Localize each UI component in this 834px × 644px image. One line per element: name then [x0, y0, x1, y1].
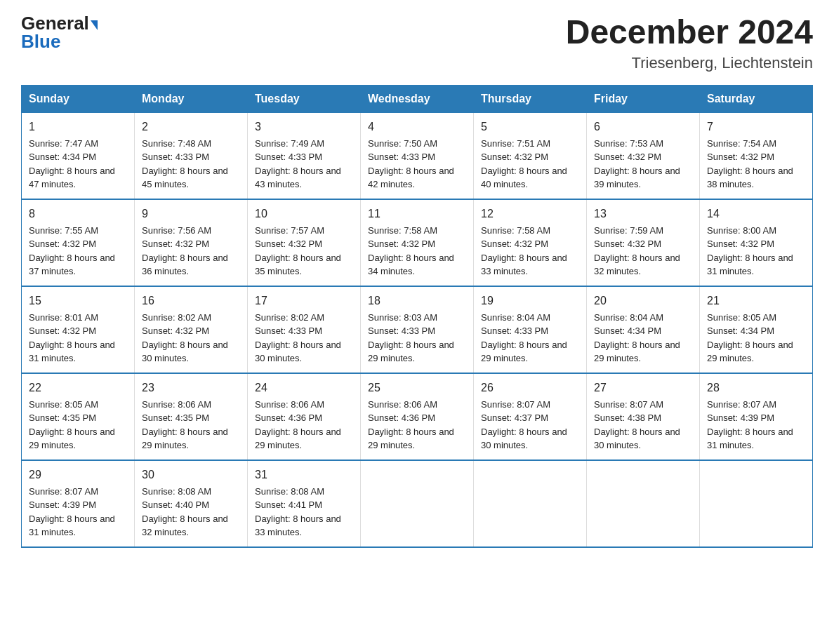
calendar-table: SundayMondayTuesdayWednesdayThursdayFrid…	[21, 85, 813, 548]
calendar-cell: 5 Sunrise: 7:51 AM Sunset: 4:32 PM Dayli…	[474, 112, 587, 199]
day-number: 16	[142, 293, 240, 309]
day-number: 8	[29, 206, 127, 222]
calendar-cell: 1 Sunrise: 7:47 AM Sunset: 4:34 PM Dayli…	[22, 112, 135, 199]
day-sunset: Sunset: 4:33 PM	[481, 324, 579, 338]
day-sunset: Sunset: 4:33 PM	[255, 324, 353, 338]
calendar-cell: 17 Sunrise: 8:02 AM Sunset: 4:33 PM Dayl…	[248, 286, 361, 373]
day-sunrise: Sunrise: 8:07 AM	[29, 485, 127, 499]
calendar-cell: 13 Sunrise: 7:59 AM Sunset: 4:32 PM Dayl…	[587, 199, 700, 286]
calendar-cell: 10 Sunrise: 7:57 AM Sunset: 4:32 PM Dayl…	[248, 199, 361, 286]
day-number: 23	[142, 380, 240, 396]
calendar-cell: 7 Sunrise: 7:54 AM Sunset: 4:32 PM Dayli…	[700, 112, 813, 199]
day-sunrise: Sunrise: 8:02 AM	[142, 311, 240, 325]
day-sunrise: Sunrise: 8:07 AM	[481, 398, 579, 412]
calendar-cell	[587, 460, 700, 547]
day-daylight: Daylight: 8 hours and 40 minutes.	[481, 164, 579, 192]
calendar-cell: 11 Sunrise: 7:58 AM Sunset: 4:32 PM Dayl…	[361, 199, 474, 286]
day-sunset: Sunset: 4:32 PM	[29, 237, 127, 251]
day-sunset: Sunset: 4:33 PM	[368, 150, 466, 164]
day-number: 15	[29, 293, 127, 309]
day-number: 25	[368, 380, 466, 396]
day-daylight: Daylight: 8 hours and 29 minutes.	[142, 425, 240, 452]
day-sunrise: Sunrise: 7:58 AM	[481, 224, 579, 238]
day-sunset: Sunset: 4:32 PM	[29, 324, 127, 338]
day-sunset: Sunset: 4:32 PM	[368, 237, 466, 251]
day-sunrise: Sunrise: 8:01 AM	[29, 311, 127, 325]
header-saturday: Saturday	[700, 85, 813, 112]
day-daylight: Daylight: 8 hours and 30 minutes.	[481, 425, 579, 452]
day-sunset: Sunset: 4:32 PM	[142, 237, 240, 251]
day-sunrise: Sunrise: 7:51 AM	[481, 137, 579, 151]
calendar-cell: 30 Sunrise: 8:08 AM Sunset: 4:40 PM Dayl…	[135, 460, 248, 547]
day-number: 2	[142, 119, 240, 135]
day-sunset: Sunset: 4:32 PM	[594, 237, 692, 251]
day-sunrise: Sunrise: 8:06 AM	[255, 398, 353, 412]
day-number: 21	[707, 293, 805, 309]
day-sunrise: Sunrise: 7:53 AM	[594, 137, 692, 151]
day-sunset: Sunset: 4:32 PM	[707, 150, 805, 164]
day-number: 6	[594, 119, 692, 135]
day-sunset: Sunset: 4:36 PM	[368, 411, 466, 425]
calendar-cell: 3 Sunrise: 7:49 AM Sunset: 4:33 PM Dayli…	[248, 112, 361, 199]
day-number: 4	[368, 119, 466, 135]
calendar-cell: 14 Sunrise: 8:00 AM Sunset: 4:32 PM Dayl…	[700, 199, 813, 286]
calendar-cell: 24 Sunrise: 8:06 AM Sunset: 4:36 PM Dayl…	[248, 373, 361, 460]
day-daylight: Daylight: 8 hours and 29 minutes.	[481, 338, 579, 365]
day-sunrise: Sunrise: 7:59 AM	[594, 224, 692, 238]
logo: General Blue	[21, 14, 98, 51]
day-daylight: Daylight: 8 hours and 34 minutes.	[368, 251, 466, 279]
header-monday: Monday	[135, 85, 248, 112]
calendar-cell: 31 Sunrise: 8:08 AM Sunset: 4:41 PM Dayl…	[248, 460, 361, 547]
calendar-cell: 16 Sunrise: 8:02 AM Sunset: 4:32 PM Dayl…	[135, 286, 248, 373]
day-number: 13	[594, 206, 692, 222]
day-daylight: Daylight: 8 hours and 36 minutes.	[142, 251, 240, 279]
day-number: 30	[142, 467, 240, 483]
day-sunset: Sunset: 4:40 PM	[142, 498, 240, 512]
day-daylight: Daylight: 8 hours and 31 minutes.	[707, 251, 805, 279]
day-number: 3	[255, 119, 353, 135]
day-daylight: Daylight: 8 hours and 29 minutes.	[29, 425, 127, 452]
day-number: 31	[255, 467, 353, 483]
day-daylight: Daylight: 8 hours and 31 minutes.	[29, 338, 127, 365]
day-sunrise: Sunrise: 8:02 AM	[255, 311, 353, 325]
day-sunrise: Sunrise: 8:07 AM	[594, 398, 692, 412]
day-sunset: Sunset: 4:36 PM	[255, 411, 353, 425]
day-sunrise: Sunrise: 7:54 AM	[707, 137, 805, 151]
logo-triangle-icon	[91, 20, 98, 30]
calendar-cell: 23 Sunrise: 8:06 AM Sunset: 4:35 PM Dayl…	[135, 373, 248, 460]
calendar-week-row: 8 Sunrise: 7:55 AM Sunset: 4:32 PM Dayli…	[22, 199, 813, 286]
header-friday: Friday	[587, 85, 700, 112]
day-sunrise: Sunrise: 8:03 AM	[368, 311, 466, 325]
day-number: 5	[481, 119, 579, 135]
day-sunrise: Sunrise: 8:08 AM	[142, 485, 240, 499]
calendar-cell: 21 Sunrise: 8:05 AM Sunset: 4:34 PM Dayl…	[700, 286, 813, 373]
day-daylight: Daylight: 8 hours and 29 minutes.	[368, 338, 466, 365]
day-number: 22	[29, 380, 127, 396]
day-number: 26	[481, 380, 579, 396]
day-number: 19	[481, 293, 579, 309]
calendar-cell: 25 Sunrise: 8:06 AM Sunset: 4:36 PM Dayl…	[361, 373, 474, 460]
day-sunset: Sunset: 4:35 PM	[29, 411, 127, 425]
header-tuesday: Tuesday	[248, 85, 361, 112]
day-sunset: Sunset: 4:33 PM	[142, 150, 240, 164]
day-number: 28	[707, 380, 805, 396]
calendar-cell: 20 Sunrise: 8:04 AM Sunset: 4:34 PM Dayl…	[587, 286, 700, 373]
day-sunrise: Sunrise: 8:04 AM	[594, 311, 692, 325]
calendar-cell: 28 Sunrise: 8:07 AM Sunset: 4:39 PM Dayl…	[700, 373, 813, 460]
day-sunset: Sunset: 4:32 PM	[481, 237, 579, 251]
day-sunset: Sunset: 4:33 PM	[255, 150, 353, 164]
day-sunrise: Sunrise: 7:58 AM	[368, 224, 466, 238]
day-daylight: Daylight: 8 hours and 29 minutes.	[368, 425, 466, 452]
logo-blue-text: Blue	[21, 31, 60, 52]
day-sunset: Sunset: 4:39 PM	[707, 411, 805, 425]
day-number: 12	[481, 206, 579, 222]
day-daylight: Daylight: 8 hours and 37 minutes.	[29, 251, 127, 279]
day-sunrise: Sunrise: 8:05 AM	[707, 311, 805, 325]
logo-general-line: General	[21, 14, 98, 32]
day-daylight: Daylight: 8 hours and 45 minutes.	[142, 164, 240, 192]
day-sunset: Sunset: 4:34 PM	[594, 324, 692, 338]
day-daylight: Daylight: 8 hours and 29 minutes.	[594, 338, 692, 365]
day-daylight: Daylight: 8 hours and 39 minutes.	[594, 164, 692, 192]
day-sunset: Sunset: 4:34 PM	[29, 150, 127, 164]
day-number: 7	[707, 119, 805, 135]
